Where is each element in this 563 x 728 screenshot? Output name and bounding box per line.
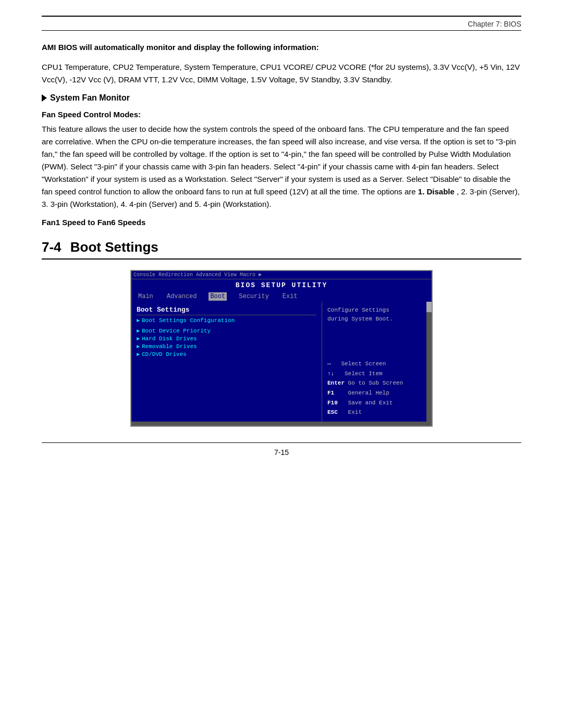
- bios-entry-hard-label: Hard Disk Drives: [142, 336, 197, 342]
- fan-speed-modes-label: Fan Speed Control Modes:: [42, 110, 521, 119]
- fan-range-label: Fan1 Speed to Fan6 Speeds: [42, 218, 521, 227]
- bios-menu-advanced[interactable]: Advanced: [165, 292, 199, 301]
- page-number: 7-15: [42, 448, 521, 456]
- bios-entry-config[interactable]: ► Boot Settings Configuration: [137, 317, 316, 324]
- bios-menu-main[interactable]: Main: [137, 292, 155, 301]
- entry-arrow-hard: ►: [137, 336, 140, 342]
- key-enter: Enter Go to Sub Screen: [327, 378, 421, 388]
- key-arrows: ↔: [327, 361, 331, 367]
- bios-left-title: Boot Settings: [137, 306, 316, 315]
- key-enter-label: Enter: [327, 380, 345, 386]
- entry-arrow-boot: ►: [137, 328, 140, 334]
- bios-left-panel: Boot Settings ► Boot Settings Configurat…: [131, 302, 322, 422]
- arrow-icon: [42, 94, 47, 102]
- bios-menu-exit[interactable]: Exit: [281, 292, 299, 301]
- top-rule2: [42, 30, 521, 31]
- key-f1: F1 General Help: [327, 388, 421, 398]
- bios-bottom-bar: [131, 422, 432, 426]
- bios-entry-cdvd[interactable]: ► CD/DVD Drives: [137, 351, 316, 357]
- bios-right-keys: ↔ Select Screen ↑↓ Select Item Enter Go …: [327, 359, 421, 417]
- bios-body: Boot Settings ► Boot Settings Configurat…: [131, 302, 432, 422]
- top-rule: [42, 16, 521, 17]
- key-f10: F10 Save and Exit: [327, 398, 421, 408]
- bios-title-bar: Console Redirection Advanced View Macro …: [131, 271, 432, 279]
- bios-entry-config-label: Boot Settings Configuration: [142, 317, 235, 324]
- entry-arrow-config: ►: [137, 318, 140, 324]
- bios-entry-removable[interactable]: ► Removable Drives: [137, 343, 316, 350]
- fan-speed-body: This feature allows the user to decide h…: [42, 123, 521, 211]
- ami-bios-bold: AMI BIOS will automatically monitor and …: [42, 43, 319, 52]
- key-esc: ESC Exit: [327, 408, 421, 417]
- key-updown: ↑↓: [327, 371, 334, 377]
- bios-menu-boot[interactable]: Boot: [209, 292, 227, 301]
- bios-menu-security[interactable]: Security: [237, 292, 271, 301]
- key-select-screen: ↔ Select Screen: [327, 359, 421, 369]
- ami-bios-intro: AMI BIOS will automatically monitor and …: [42, 41, 521, 54]
- bios-menu-bar: Main Advanced Boot Security Exit: [131, 291, 432, 302]
- key-select-item: ↑↓ Select Item: [327, 369, 421, 379]
- bios-right-panel: Configure Settingsduring System Boot. ↔ …: [322, 302, 426, 422]
- bios-entry-boot-label: Boot Device Priority: [142, 328, 211, 334]
- cpu-temps-text: CPU1 Temperature, CPU2 Temperature, Syst…: [42, 61, 521, 86]
- bios-header: BIOS SETUP UTILITY: [131, 279, 432, 291]
- bottom-rule: [42, 442, 521, 443]
- bios-entry-boot-device[interactable]: ► Boot Device Priority: [137, 328, 316, 334]
- bios-screenshot: Console Redirection Advanced View Macro …: [130, 270, 433, 427]
- bios-entry-removable-label: Removable Drives: [142, 343, 197, 350]
- key-esc-label: ESC: [327, 409, 338, 415]
- fan-speed-body-text: This feature allows the user to decide h…: [42, 125, 516, 196]
- bios-scrollbar-thumb[interactable]: [426, 302, 432, 312]
- section-num: 7-4: [42, 239, 62, 255]
- entry-arrow-removable: ►: [137, 344, 140, 350]
- boot-settings-title: Boot Settings: [70, 239, 158, 255]
- bios-right-top-text: Configure Settingsduring System Boot.: [327, 306, 421, 323]
- bios-entry-cdvd-label: CD/DVD Drives: [142, 351, 187, 357]
- boot-settings-heading: 7-4 Boot Settings: [42, 239, 521, 260]
- fan-options-bold: 1. Disable: [418, 187, 455, 196]
- system-fan-title: System Fan Monitor: [42, 93, 521, 103]
- entry-arrow-cdvd: ►: [137, 352, 140, 357]
- chapter-header: Chapter 7: BIOS: [42, 20, 521, 28]
- bios-scrollbar[interactable]: [426, 302, 432, 422]
- page-container: Chapter 7: BIOS AMI BIOS will automatica…: [0, 0, 563, 728]
- bios-entry-hard-disk[interactable]: ► Hard Disk Drives: [137, 336, 316, 342]
- system-fan-label: System Fan Monitor: [50, 93, 130, 103]
- key-f1-label: F1: [327, 390, 334, 396]
- key-f10-label: F10: [327, 400, 338, 406]
